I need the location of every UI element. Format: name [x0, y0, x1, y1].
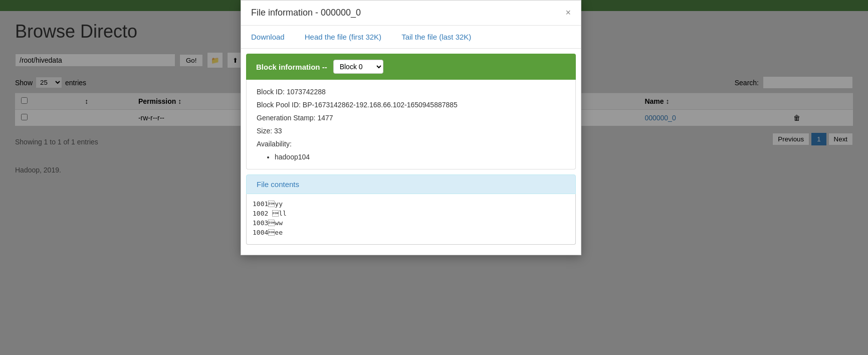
file-info-modal: File information - 000000_0 × Download H…	[241, 0, 581, 255]
block-info-label: Block information --	[256, 63, 327, 71]
file-line-3: 1003ww	[253, 219, 569, 227]
generation-stamp: Generation Stamp: 1477	[257, 114, 565, 122]
availability-list: hadoop104	[257, 153, 565, 161]
block-size: Size: 33	[257, 127, 565, 135]
tail-file-link[interactable]: Tail the file (last 32K)	[401, 33, 471, 41]
download-link[interactable]: Download	[251, 33, 285, 41]
file-line-1: 1001yy	[253, 200, 569, 208]
block-pool-id: Block Pool ID: BP-1673142862-192.168.66.…	[257, 101, 565, 109]
file-line-4: 1004ee	[253, 229, 569, 236]
modal-actions: Download Head the file (first 32K) Tail …	[241, 26, 581, 49]
availability-item: hadoop104	[275, 153, 565, 161]
modal-title: File information - 000000_0	[251, 8, 361, 18]
modal-header: File information - 000000_0 ×	[241, 1, 581, 26]
file-contents-header: File contents	[246, 174, 576, 194]
block-info-header: Block information -- Block 0	[246, 54, 576, 80]
block-details: Block ID: 1073742288 Block Pool ID: BP-1…	[246, 80, 576, 169]
file-contents-body: 1001yy 1002 ll 1003ww 1004ee	[246, 194, 576, 245]
modal-body: Block information -- Block 0 Block ID: 1…	[241, 54, 581, 255]
file-line-2: 1002 ll	[253, 210, 569, 217]
head-file-link[interactable]: Head the file (first 32K)	[305, 33, 381, 41]
modal-close-button[interactable]: ×	[565, 8, 571, 18]
block-id: Block ID: 1073742288	[257, 88, 565, 96]
block-select[interactable]: Block 0	[333, 60, 383, 74]
availability-label: Availability:	[257, 140, 565, 148]
